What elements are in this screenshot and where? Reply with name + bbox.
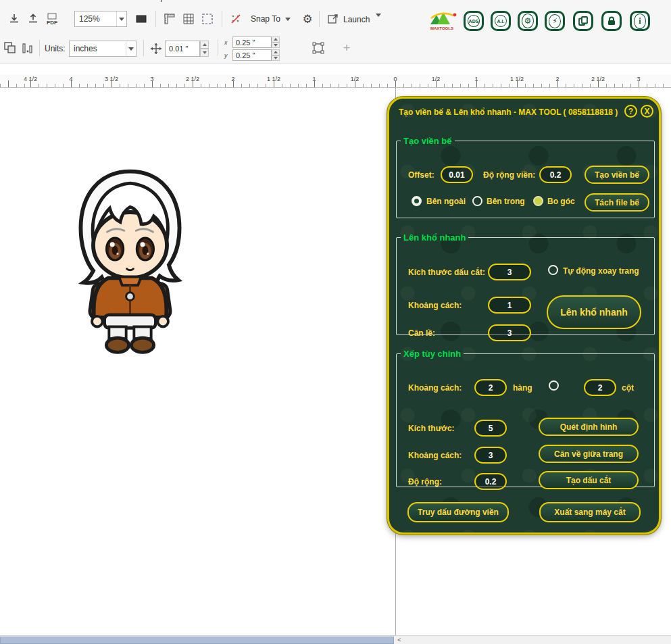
nudge-distance-field[interactable] [165,41,209,57]
export-to-cutter-button[interactable]: Xuất sang máy cắt [539,502,641,522]
offset-label: Offset: [408,170,434,180]
grid-icon [182,13,195,25]
zoom-dropdown-arrow[interactable] [116,11,126,26]
menu-table[interactable]: Table [36,0,56,2]
quick-spacing-input[interactable] [488,297,531,314]
treat-as-filled-button[interactable] [309,39,327,57]
rulers-icon [164,13,176,25]
export-button[interactable] [24,10,42,28]
show-guidelines-button[interactable] [199,10,216,28]
menu-help[interactable]: Help [148,0,165,2]
horizontal-scrollbar[interactable]: < [0,635,671,644]
menu-window[interactable]: Window [105,0,134,2]
close-button[interactable]: X [641,105,653,118]
duplicate-y-field[interactable]: y [224,49,280,61]
menu-tools[interactable]: Tools [71,0,90,2]
duplicate-x-field[interactable]: x [224,36,280,48]
scan-shape-button[interactable]: Quét định hình [539,418,639,436]
nudge-distance-input[interactable] [165,41,200,57]
custom-spacing-label: Khoảng cách: [408,383,462,393]
nudge-cross-icon [149,42,163,55]
add-plus-button[interactable]: + [338,39,355,57]
section-custom-arrange-legend: Xếp tùy chỉnh [401,349,464,359]
radio-ben-ngoai[interactable] [412,196,422,206]
pick-transform-button[interactable] [1,39,19,57]
ruler-label: 1 [312,76,316,82]
spacing2-input[interactable] [474,447,507,464]
full-screen-preview-button[interactable] [132,10,150,28]
radio-bo-goc-label[interactable]: Bo góc [547,197,575,206]
duplicate-y-input[interactable] [232,49,272,61]
show-rulers-button[interactable] [161,10,178,28]
cols-label: cột [622,383,634,393]
units-select[interactable]: inches [69,41,136,57]
property-bar: Units: inches x y [0,32,671,64]
export-icon [27,13,39,25]
ruler-label: 3 [150,76,153,82]
duplicate-x-spinner[interactable] [272,36,280,48]
menu-text[interactable]: Text [7,0,22,2]
snap-off-button[interactable] [227,10,245,28]
macro-ai-button[interactable]: A.I. [491,11,511,31]
help-icon: ? [628,107,633,116]
quick-layout-button[interactable]: Lên khổ nhanh [547,295,641,329]
launch-dropdown-arrow[interactable] [376,17,381,29]
offset-input[interactable] [441,166,473,183]
macro-info-button[interactable]: i [630,11,650,31]
margin-label: Căn lề: [408,328,435,338]
nudge-spinner[interactable] [200,41,209,57]
create-cut-marks-button[interactable]: Tạo dấu cắt [539,471,639,489]
scroll-left-arrow[interactable]: < [395,636,404,644]
split-die-file-button[interactable]: Tách file bế [585,193,649,212]
options-button[interactable]: ⚙ [299,10,316,28]
radio-ben-ngoai-label[interactable]: Bên ngoài [426,197,466,206]
trace-outline-button[interactable]: Truy dấu đường viền [407,502,509,522]
cut-mark-size-input[interactable] [488,264,531,280]
publish-pdf-button[interactable]: PDF [43,10,61,28]
margin-input[interactable] [488,324,531,341]
radio-ben-trong[interactable] [472,196,482,206]
units-dropdown-arrow[interactable] [126,41,136,56]
cols-input[interactable] [584,379,616,396]
size-label: Kích thước: [408,424,455,433]
ruler-label: 2 1/2 [186,76,199,82]
object-distribution-button[interactable] [19,39,36,57]
launch-label[interactable]: Launch [343,15,370,24]
ruler-label: 3 [637,76,640,82]
pick-transform-icon [3,41,17,55]
section-create-border: Tạo viền bế Offset: Độ rộng viền: Tạo vi… [396,136,655,218]
zoom-level-combo[interactable]: 125% [74,11,127,27]
macro-flash-button[interactable]: ⚡ [545,11,565,31]
stroke-width-input[interactable] [474,473,507,490]
maxtools-logo: MAXTOOLS [428,9,460,31]
launch-button[interactable] [324,10,342,28]
help-button[interactable]: ? [624,105,637,118]
chibi-character-artwork[interactable] [68,164,193,363]
duplicate-y-spinner[interactable] [272,49,280,61]
snap-to-dropdown[interactable]: Snap To [246,11,293,27]
duplicate-x-input[interactable] [232,36,272,48]
import-button[interactable] [5,10,23,28]
import-icon [8,13,20,25]
radio-custom-mode[interactable] [549,380,559,391]
macro-ads-button[interactable]: ADS [464,11,484,31]
show-grid-button[interactable] [180,10,197,28]
auto-rotate-label[interactable]: Tự động xoay trang [563,266,639,276]
macro-settings-button[interactable]: ⚙ [518,11,538,31]
radio-auto-rotate[interactable] [548,265,558,275]
create-border-button[interactable]: Tạo viền bế [585,166,649,184]
snap-to-arrow[interactable] [282,11,293,26]
radio-ben-trong-label[interactable]: Bên trong [487,197,525,206]
gear-icon: ⚙ [302,12,312,26]
center-on-page-button[interactable]: Căn về giữa trang [539,445,639,463]
horizontal-scrollbar-thumb[interactable] [0,637,394,644]
stroke-width-label: Độ rộng: [408,477,442,487]
app-window: Text Table Tools Window Help PDF 125% [0,0,671,644]
horizontal-ruler[interactable]: 4 1/2 4 3 1/2 3 2 1/2 2 1 1/2 1 1/2 0 1/… [0,74,671,88]
radio-bo-goc[interactable] [533,196,543,206]
macro-lock-button[interactable] [601,11,622,31]
rows-input[interactable] [474,379,507,396]
size-input[interactable] [474,420,507,437]
macro-copy-button[interactable] [573,11,593,31]
border-width-input[interactable] [539,166,572,183]
